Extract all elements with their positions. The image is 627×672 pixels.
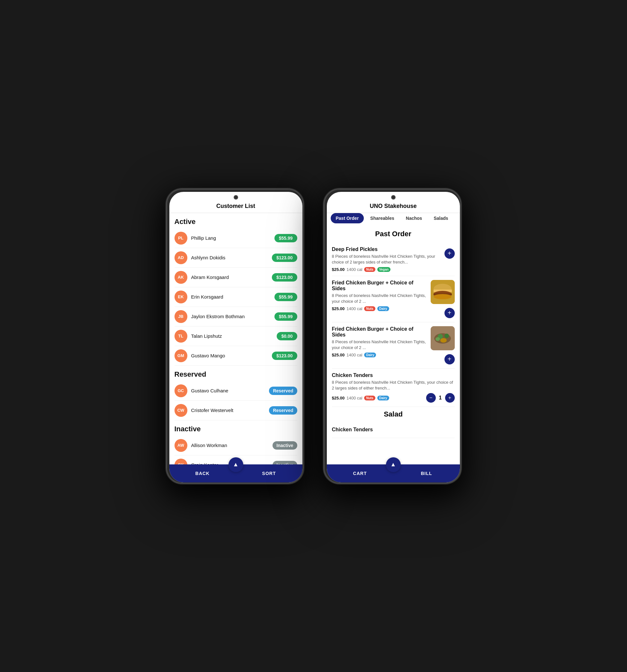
avatar: AD — [174, 251, 187, 264]
item-desc-4: 8 Pieces of boneless Nashville Hot Chick… — [332, 380, 455, 391]
item-price-3: $25.00 — [332, 353, 345, 357]
bill-button[interactable]: BILL — [393, 464, 460, 482]
status-badge: Reserved — [269, 387, 297, 395]
item-cal-2: 1400 cal — [346, 306, 362, 311]
list-item[interactable]: GM Gustavo Mango $123.00 — [174, 346, 297, 366]
item-desc-3: 8 Pieces of boneless Nashville Hot Chick… — [332, 339, 428, 351]
add-button-1[interactable]: + — [444, 248, 455, 259]
avatar: AW — [174, 439, 187, 452]
list-item[interactable]: AD Ashlynn Dokidis $123.00 — [174, 248, 297, 268]
tab-shareables[interactable]: Shareables — [365, 213, 400, 223]
status-badge: $123.00 — [272, 352, 297, 360]
status-badge: Inactive — [272, 441, 297, 450]
tag-dairy-4: Dairy — [377, 395, 389, 401]
customer-name: Phillip Lang — [191, 235, 274, 241]
menu-item-4: Chicken Tenders 8 Pieces of boneless Nas… — [332, 369, 455, 407]
section-reserved: Reserved — [174, 366, 297, 381]
item-image-3 — [431, 326, 455, 350]
list-item[interactable]: TL Talan Lipshutz $0.00 — [174, 327, 297, 346]
customer-list: Active PL Phillip Lang $55.99 AD Ashlynn… — [169, 213, 303, 464]
list-item[interactable]: AK Abram Korsgaard $123.00 — [174, 268, 297, 287]
svg-point-9 — [444, 334, 449, 338]
salad-item-name: Chicken Tenders — [332, 427, 455, 433]
item-name-3: Fried Chicken Burger + Choice of Sides — [332, 326, 428, 338]
avatar: JB — [174, 310, 187, 323]
svg-point-5 — [434, 294, 452, 299]
customer-name: Cristofer Westervelt — [191, 408, 269, 413]
scroll-up-fab[interactable]: ▲ — [228, 457, 243, 472]
customer-name: Abram Korsgaard — [191, 274, 272, 280]
avatar: CW — [174, 404, 187, 417]
tag-dairy-3: Dairy — [364, 353, 376, 357]
customer-name: Gustavo Culhane — [191, 388, 269, 393]
status-badge: $55.99 — [274, 293, 297, 301]
status-badge: $123.00 — [272, 254, 297, 262]
avatar: GC — [174, 384, 187, 397]
svg-point-10 — [440, 338, 447, 342]
bottom-navigation: ▲ BACK SORT — [169, 464, 303, 482]
sort-button[interactable]: SORT — [236, 464, 303, 482]
page-title-2: UNO Stakehouse — [327, 201, 460, 213]
qty-decrease-4[interactable]: − — [426, 393, 436, 403]
back-button[interactable]: BACK — [169, 464, 236, 482]
camera-1 — [234, 195, 238, 199]
phone-customer-list: Customer List Active PL Phillip Lang $55… — [166, 188, 304, 484]
tab-salads[interactable]: Salads — [428, 213, 453, 223]
avatar: EK — [174, 290, 187, 303]
list-item[interactable]: EK Erin Korsgaard $55.99 — [174, 287, 297, 307]
menu-item-3: Fried Chicken Burger + Choice of Sides 8… — [332, 322, 455, 369]
customer-name: Erin Korsgaard — [191, 294, 274, 299]
tag-vegan-1: Vegan — [377, 267, 390, 272]
tab-past-order[interactable]: Past Order — [331, 213, 364, 223]
item-cal-3: 1400 cal — [346, 353, 362, 357]
customer-name: Jaylon Ekstrom Bothman — [191, 314, 274, 319]
tag-dairy-2: Dairy — [377, 306, 389, 311]
list-item[interactable]: CW Cristofer Westervelt Reserved — [174, 401, 297, 421]
status-badge: $123.00 — [272, 273, 297, 282]
add-button-3[interactable]: + — [444, 354, 455, 364]
customer-name: Ashlynn Dokidis — [191, 255, 272, 260]
list-item[interactable]: JB Jaylon Ekstrom Bothman $55.99 — [174, 307, 297, 327]
bottom-navigation-2: ▲ CART BILL — [327, 464, 460, 482]
cart-button[interactable]: CART — [327, 464, 393, 482]
salad-section-title: Salad — [332, 407, 455, 423]
item-desc-1: 8 Pieces of boneless Nashville Hot Chick… — [332, 254, 441, 265]
tag-nuts-4: Nuts — [364, 395, 375, 401]
qty-increase-4[interactable]: + — [445, 393, 455, 403]
item-name-2: Fried Chicken Burger + Choice of Sides — [332, 280, 428, 291]
phone-restaurant-menu: UNO Stakehouse Past Order Shareables Nac… — [323, 188, 461, 484]
item-price-4: $25.00 — [332, 395, 345, 401]
tab-bar: Past Order Shareables Nachos Salads — [327, 213, 460, 226]
status-badge: $0.00 — [277, 332, 297, 340]
menu-section-title: Past Order — [332, 226, 455, 243]
avatar: GM — [174, 349, 187, 362]
menu-content: Past Order Deep Fried Pickles 8 Pieces o… — [327, 226, 460, 464]
tab-nachos[interactable]: Nachos — [401, 213, 428, 223]
item-desc-2: 8 Pieces of boneless Nashville Hot Chick… — [332, 293, 428, 304]
menu-item-1: Deep Fried Pickles 8 Pieces of boneless … — [332, 243, 455, 276]
list-item[interactable]: AW Allison Workman Inactive — [174, 436, 297, 455]
list-item[interactable]: PL Phillip Lang $55.99 — [174, 229, 297, 248]
status-badge: $55.99 — [274, 234, 297, 242]
item-price-2: $25.00 — [332, 306, 345, 311]
menu-item-2: Fried Chicken Burger + Choice of Sides 8… — [332, 276, 455, 322]
scroll-up-fab-2[interactable]: ▲ — [386, 457, 401, 472]
svg-point-11 — [435, 337, 440, 341]
item-cal-1: 1400 cal — [346, 267, 362, 272]
menu-item-salad: Chicken Tenders — [332, 423, 455, 438]
item-image-2 — [431, 280, 455, 304]
item-cal-4: 1400 cal — [346, 395, 362, 401]
tag-nuts-2: Nuts — [364, 306, 375, 311]
section-active: Active — [174, 213, 297, 229]
avatar: CK — [174, 459, 187, 464]
customer-name: Allison Workman — [191, 442, 273, 448]
avatar: TL — [174, 330, 187, 342]
list-item[interactable]: GC Gustavo Culhane Reserved — [174, 381, 297, 401]
status-badge: $55.99 — [274, 312, 297, 321]
add-button-2[interactable]: + — [444, 308, 455, 318]
qty-value-4: 1 — [439, 395, 442, 401]
item-price-1: $25.00 — [332, 267, 345, 272]
item-name-4: Chicken Tenders — [332, 373, 455, 378]
status-badge: Inactive — [272, 461, 297, 464]
customer-name: Gustavo Mango — [191, 353, 272, 358]
